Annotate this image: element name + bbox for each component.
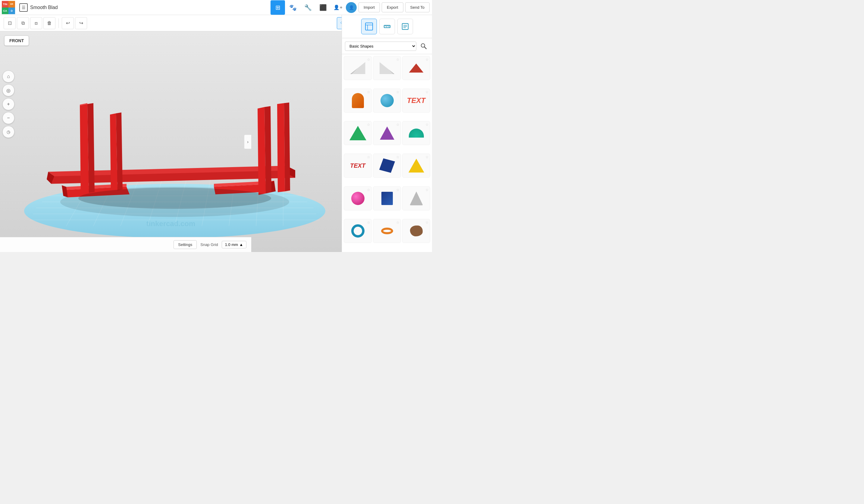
tools-btn[interactable]: 🔧 <box>301 0 315 15</box>
shape-letters-visual: TEXT <box>407 96 425 105</box>
new-design-btn[interactable]: ⊡ <box>4 17 16 29</box>
star-cylinder[interactable]: ☆ <box>367 90 370 94</box>
snap-grid-label: Snap Grid <box>200 242 218 247</box>
shape-item-box-dark[interactable]: ☆ <box>373 186 401 210</box>
star-pyramid-purple[interactable]: ☆ <box>396 123 399 127</box>
svg-marker-32 <box>257 107 266 195</box>
shape-cylinder-visual <box>352 93 364 108</box>
settings-button[interactable]: Settings <box>173 240 197 249</box>
svg-marker-35 <box>284 103 290 192</box>
star-sphere-magenta[interactable]: ☆ <box>367 188 370 192</box>
zoom-in-btn[interactable]: + <box>2 98 14 110</box>
grid-view-btn[interactable]: ⊞ <box>271 0 285 15</box>
shapes-panel-btn[interactable] <box>361 19 377 34</box>
svg-point-36 <box>78 188 271 209</box>
shape-item-pyramid-green[interactable]: ☆ <box>344 121 372 145</box>
copy-btn[interactable]: ⧉ <box>17 17 29 29</box>
shape-item-sphere-magenta[interactable]: ☆ <box>344 186 372 210</box>
shape-item-text-red[interactable]: ☆ TEXT <box>344 153 372 177</box>
shapes-category-selector[interactable]: Basic Shapes <box>345 41 416 51</box>
svg-marker-27 <box>80 104 89 195</box>
svg-marker-34 <box>277 103 285 193</box>
shape-item-half-sphere[interactable]: ☆ <box>402 121 430 145</box>
star-blob[interactable]: ☆ <box>425 220 429 225</box>
scene-svg <box>0 31 341 252</box>
fit-view-btn[interactable]: ◎ <box>2 84 14 96</box>
shape-text-red-visual: TEXT <box>350 162 365 169</box>
notes-panel-btn[interactable] <box>397 19 413 34</box>
logo-k: D <box>9 8 15 14</box>
export-tool-btn[interactable]: ⬛ <box>316 0 330 15</box>
undo-btn[interactable]: ↩ <box>62 17 74 29</box>
shape-cone-visual <box>410 192 423 205</box>
shape-donut-orange-visual <box>381 228 393 234</box>
shape-torus-visual <box>351 224 364 237</box>
document-menu-icon[interactable] <box>19 3 28 12</box>
shape-item-wedge2[interactable]: ☆ <box>373 56 401 80</box>
logo-t: TIN <box>2 1 9 8</box>
shape-item-sphere[interactable]: ☆ <box>373 88 401 113</box>
redo-btn[interactable]: ↪ <box>75 17 87 29</box>
tinkercad-logo[interactable]: TIN ER CA D <box>2 1 15 14</box>
star-donut-orange[interactable]: ☆ <box>396 220 399 225</box>
snap-grid-value[interactable]: 1.0 mm ▲ <box>222 241 247 248</box>
star-pyramid-yellow[interactable]: ☆ <box>425 155 429 159</box>
logo-n: CA <box>2 8 9 14</box>
shape-cube-blue-visual <box>379 158 395 173</box>
shape-item-pyramid-yellow[interactable]: ☆ <box>402 153 430 177</box>
bottom-status-bar: Settings Snap Grid 1.0 mm ▲ <box>0 237 251 252</box>
star-torus[interactable]: ☆ <box>367 220 370 225</box>
import-button[interactable]: Import <box>359 2 380 12</box>
star-wedge2[interactable]: ☆ <box>396 58 399 62</box>
star-sphere[interactable]: ☆ <box>396 90 399 94</box>
star-box-dark[interactable]: ☆ <box>396 188 399 192</box>
topbar-right-actions: ⊞ 🐾 🔧 ⬛ 👤+ 👤 Import Export Send To <box>271 0 430 15</box>
left-view-controls: ⌂ ◎ + − ◷ <box>2 71 14 138</box>
delete-btn[interactable]: 🗑 <box>44 17 56 29</box>
svg-marker-33 <box>264 106 272 194</box>
shape-pyramid-purple-visual <box>380 126 394 140</box>
star-cone[interactable]: ☆ <box>425 188 429 192</box>
star-cube-blue[interactable]: ☆ <box>396 155 399 159</box>
shape-item-blob[interactable]: ☆ <box>402 219 430 243</box>
shapes-search-button[interactable] <box>418 41 429 51</box>
shape-item-cube-blue[interactable]: ☆ <box>373 153 401 177</box>
home-view-btn[interactable]: ⌂ <box>2 71 14 83</box>
ruler-panel-btn[interactable] <box>379 19 395 34</box>
user-avatar[interactable]: 👤 <box>346 2 357 13</box>
right-panel: Basic Shapes ☆ ☆ ☆ ☆ ☆ ☆ TEX <box>341 15 432 252</box>
shapes-header: Basic Shapes <box>342 38 432 54</box>
perspective-btn[interactable]: ◷ <box>2 126 14 138</box>
shape-pyramid-green-visual <box>349 126 366 140</box>
svg-rect-37 <box>365 23 373 30</box>
shape-item-cone[interactable]: ☆ <box>402 186 430 210</box>
shape-item-letters[interactable]: ☆ TEXT <box>402 88 430 113</box>
shape-half-sphere-visual <box>409 128 424 138</box>
3d-viewport[interactable]: FRONT ⌂ ◎ + − ◷ <box>0 31 341 252</box>
shape-item-donut-orange[interactable]: ☆ <box>373 219 401 243</box>
export-button[interactable]: Export <box>382 2 404 12</box>
topbar: TIN ER CA D Smooth Blad ⊞ 🐾 🔧 ⬛ 👤+ 👤 Imp… <box>0 0 432 15</box>
community-btn[interactable]: 🐾 <box>286 0 300 15</box>
shape-item-cylinder[interactable]: ☆ <box>344 88 372 113</box>
star-pyramid-green[interactable]: ☆ <box>367 123 370 127</box>
send-to-button[interactable]: Send To <box>405 2 430 12</box>
shape-sphere-visual <box>381 94 394 107</box>
star-wedge1[interactable]: ☆ <box>367 58 370 62</box>
toolbar-separator-1 <box>58 19 59 28</box>
shape-item-pyramid-purple[interactable]: ☆ <box>373 121 401 145</box>
shape-blob-visual <box>410 225 423 236</box>
shape-item-roof[interactable]: ☆ <box>402 56 430 80</box>
panel-toggle-arrow[interactable]: › <box>244 135 251 149</box>
user-add-btn[interactable]: 👤+ <box>331 0 345 15</box>
shape-roof-visual <box>407 63 425 73</box>
star-letters[interactable]: ☆ <box>425 90 429 94</box>
star-half-sphere[interactable]: ☆ <box>425 123 429 127</box>
star-roof[interactable]: ☆ <box>425 58 429 62</box>
zoom-out-btn[interactable]: − <box>2 112 14 124</box>
star-text-red[interactable]: ☆ <box>367 155 370 159</box>
shape-item-wedge1[interactable]: ☆ <box>344 56 372 80</box>
duplicate-btn[interactable]: ⧈ <box>30 17 42 29</box>
shape-pyramid-yellow-visual <box>408 159 424 173</box>
shape-item-torus[interactable]: ☆ <box>344 219 372 243</box>
